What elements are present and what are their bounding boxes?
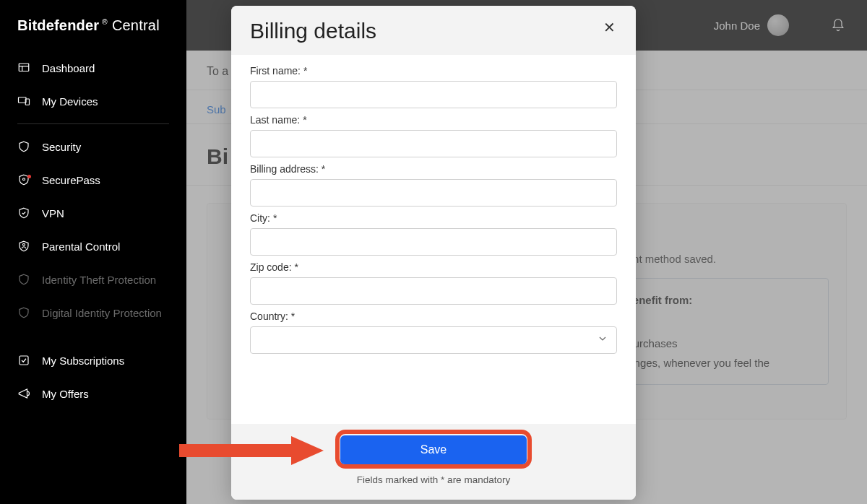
securepass-icon <box>17 173 30 186</box>
shield-icon <box>17 140 30 153</box>
sidebar-item-label: Security <box>42 141 81 153</box>
sidebar-item-my-devices[interactable]: My Devices <box>0 84 186 118</box>
sidebar-item-parental-control[interactable]: Parental Control <box>0 230 186 263</box>
sidebar-item-my-offers[interactable]: My Offers <box>0 377 186 410</box>
save-button[interactable]: Save <box>340 435 527 464</box>
sidebar-item-label: Digital Identity Protection <box>42 307 162 319</box>
nav-separator <box>17 123 169 124</box>
sidebar-item-digital-identity[interactable]: Digital Identity Protection <box>0 296 186 329</box>
sidebar-item-dashboard[interactable]: Dashboard <box>0 51 186 84</box>
brand-light: Central <box>112 17 160 34</box>
sidebar-item-label: Identity Theft Protection <box>42 274 156 286</box>
digital-identity-icon <box>17 306 30 319</box>
last-name-input[interactable] <box>250 130 617 157</box>
svg-rect-3 <box>19 97 27 103</box>
first-name-input[interactable] <box>250 81 617 108</box>
brand-strong: Bitdefender <box>17 17 99 34</box>
notification-dot <box>27 175 31 178</box>
city-input[interactable] <box>250 228 617 256</box>
primary-nav: Dashboard My Devices Security <box>0 43 186 419</box>
billing-address-label: Billing address: * <box>250 163 617 175</box>
svg-rect-0 <box>19 64 29 71</box>
last-name-label: Last name: * <box>250 114 617 126</box>
modal-header: Billing details ✕ <box>231 6 636 55</box>
svg-rect-7 <box>20 356 28 365</box>
sidebar-item-vpn[interactable]: VPN <box>0 196 186 230</box>
offers-icon <box>17 387 30 400</box>
mandatory-note: Fields marked with * are mandatory <box>250 474 617 485</box>
registered-mark: ® <box>102 18 108 26</box>
modal-title: Billing details <box>250 19 376 43</box>
modal-body: First name: * Last name: * Billing addre… <box>231 55 636 424</box>
devices-icon <box>17 95 30 108</box>
modal-footer: Save Fields marked with * are mandatory <box>231 424 636 500</box>
brand-logo: Bitdefender® Central <box>0 0 186 43</box>
sidebar-item-label: Parental Control <box>42 240 120 253</box>
parental-icon <box>17 240 30 253</box>
first-name-label: First name: * <box>250 65 617 77</box>
sidebar-item-label: SecurePass <box>42 174 100 186</box>
country-select[interactable] <box>250 326 617 354</box>
vpn-icon <box>17 207 30 220</box>
country-label: Country: * <box>250 310 617 322</box>
sidebar-item-my-subscriptions[interactable]: My Subscriptions <box>0 344 186 377</box>
subscriptions-icon <box>17 354 30 367</box>
close-icon[interactable]: ✕ <box>602 19 617 36</box>
sidebar-item-label: VPN <box>42 207 64 220</box>
billing-details-modal: Billing details ✕ First name: * Last nam… <box>231 6 636 500</box>
city-label: City: * <box>250 212 617 224</box>
svg-point-5 <box>23 178 25 181</box>
sidebar-item-label: My Offers <box>42 388 89 400</box>
svg-point-6 <box>23 243 25 246</box>
dashboard-icon <box>17 61 30 74</box>
sidebar-item-label: Dashboard <box>42 62 95 74</box>
sidebar-item-label: My Subscriptions <box>42 355 124 367</box>
sidebar-item-identity-theft[interactable]: Identity Theft Protection <box>0 263 186 296</box>
sidebar-item-securepass[interactable]: SecurePass <box>0 163 186 196</box>
sidebar-item-security[interactable]: Security <box>0 130 186 163</box>
zip-label: Zip code: * <box>250 261 617 273</box>
zip-input[interactable] <box>250 277 617 305</box>
identity-theft-icon <box>17 273 30 286</box>
billing-address-input[interactable] <box>250 179 617 207</box>
sidebar-item-label: My Devices <box>42 95 98 108</box>
sidebar: Bitdefender® Central Dashboard My Device… <box>0 0 186 504</box>
